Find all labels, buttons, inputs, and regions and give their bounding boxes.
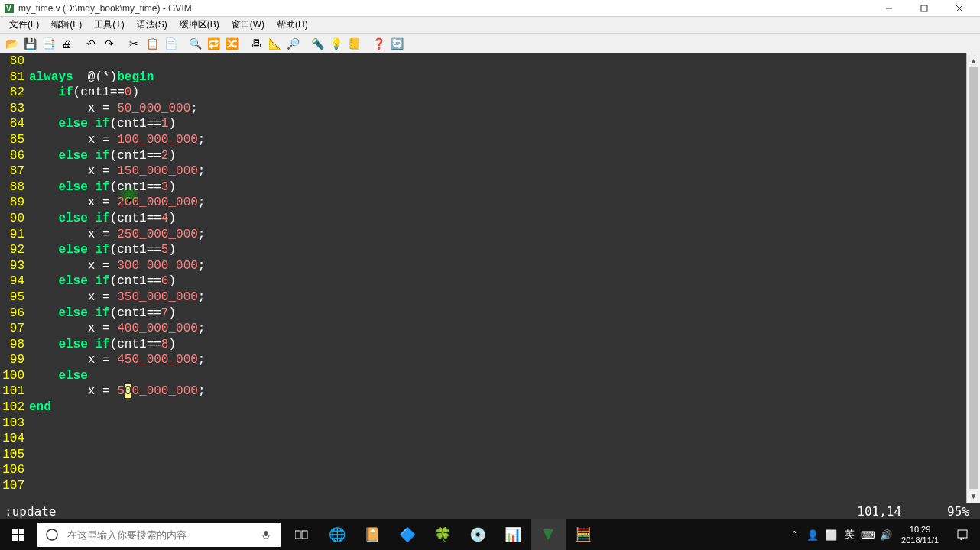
code-line[interactable]: 86 else if(cnt1==2) [0, 148, 966, 164]
code-line[interactable]: 103 [0, 416, 966, 432]
taskbar-app-clover[interactable]: 🍀 [425, 519, 460, 550]
code-line[interactable]: 81always @(*)begin [0, 70, 966, 86]
code-editor[interactable]: ➤ 8081always @(*)begin82 if(cnt1==0)83 x… [0, 53, 966, 503]
code-line[interactable]: 107 [0, 478, 966, 494]
code-line[interactable]: 89 x = 200_000_000; [0, 195, 966, 211]
code-line[interactable]: 82 if(cnt1==0) [0, 85, 966, 101]
code-line[interactable]: 87 x = 150_000_000; [0, 163, 966, 180]
code-line[interactable]: 95 x = 350_000_000; [0, 290, 966, 306]
cortana-icon[interactable] [37, 522, 67, 547]
toolbar-button-1[interactable]: 💾 [21, 35, 38, 52]
tray-clock[interactable]: 10:29 2018/11/1 [895, 524, 945, 545]
start-button[interactable] [0, 519, 37, 550]
taskbar-app-gvim[interactable] [531, 519, 566, 550]
code-line[interactable]: 104 [0, 431, 966, 447]
menu-item-1[interactable]: 编辑(E) [45, 17, 88, 33]
code-token: = [102, 196, 110, 209]
code-line[interactable]: 94 else if(cnt1==6) [0, 273, 966, 290]
taskbar-app-powerpoint[interactable]: 📊 [495, 519, 531, 550]
code-line[interactable]: 88 else if(cnt1==3) [0, 180, 966, 196]
toolbar-button-14[interactable]: 🔎 [284, 35, 301, 52]
toolbar-button-6[interactable]: ✂ [125, 35, 142, 52]
code-token [29, 338, 58, 351]
maximize-button[interactable] [907, 0, 942, 17]
code-line[interactable]: 84 else if(cnt1==1) [0, 116, 966, 132]
toolbar-button-16[interactable]: 💡 [327, 35, 344, 52]
code-line[interactable]: 93 x = 300_000_000; [0, 258, 966, 274]
toolbar-button-4[interactable]: ↶ [83, 35, 99, 52]
toolbar-button-12[interactable]: 🖶 [248, 35, 264, 52]
toolbar-button-13[interactable]: 📐 [266, 35, 283, 52]
code-line[interactable]: 92 else if(cnt1==5) [0, 242, 966, 258]
toolbar-button-15[interactable]: 🔦 [309, 35, 326, 52]
code-line[interactable]: 100 else [0, 368, 966, 384]
code-token: x [29, 353, 102, 367]
tray-app-icon[interactable]: ⬜ [822, 519, 840, 550]
taskbar-app-modelsim[interactable]: 🔷 [390, 519, 425, 550]
taskbar-app-circle[interactable]: 💿 [460, 519, 495, 550]
notification-center-button[interactable] [945, 519, 980, 550]
tray-people-icon[interactable]: 👤 [803, 519, 822, 550]
toolbar-button-19[interactable]: 🔄 [388, 35, 405, 52]
menu-item-5[interactable]: 窗口(W) [226, 17, 271, 33]
menu-item-3[interactable]: 语法(S) [131, 17, 174, 33]
close-button[interactable] [942, 0, 977, 17]
tray-ime-icon[interactable]: 英 [840, 519, 858, 550]
taskbar-app-calculator[interactable]: 🧮 [566, 519, 601, 550]
search-input[interactable] [67, 523, 251, 546]
code-token: 3 [161, 180, 169, 194]
line-number: 81 [0, 70, 29, 86]
menu-item-2[interactable]: 工具(T) [88, 17, 130, 33]
tray-keyboard-icon[interactable]: ⌨ [858, 519, 877, 550]
code-token: 0 [125, 86, 132, 99]
toolbar-button-3[interactable]: 🖨 [58, 35, 75, 52]
scroll-up-arrow[interactable]: ▲ [967, 53, 980, 67]
code-token: ( [110, 274, 118, 288]
code-token [29, 86, 58, 99]
code-line[interactable]: 105 [0, 447, 966, 463]
taskbar-search[interactable] [37, 522, 281, 547]
code-line[interactable]: 80 [0, 53, 966, 70]
code-line[interactable]: 90 else if(cnt1==4) [0, 211, 966, 227]
mic-icon[interactable] [251, 522, 281, 547]
toolbar-button-5[interactable]: ↷ [101, 35, 118, 52]
toolbar-button-7[interactable]: 📋 [144, 35, 161, 52]
code-line[interactable]: 98 else if(cnt1==8) [0, 337, 966, 353]
vertical-scrollbar[interactable]: ▲ ▼ [966, 53, 980, 503]
menu-item-6[interactable]: 帮助(H) [271, 17, 314, 33]
code-line[interactable]: 99 x = 450_000_000; [0, 352, 966, 368]
code-token [110, 196, 118, 209]
taskbar-app-notes[interactable]: 📔 [355, 519, 390, 550]
tray-volume-icon[interactable]: 🔊 [877, 519, 895, 550]
code-line[interactable]: 83 x = 50_000_000; [0, 101, 966, 117]
taskbar-app-edge[interactable]: 🌐 [320, 519, 355, 550]
tray-chevron-up-icon[interactable]: ˄ [785, 519, 803, 550]
task-view-button[interactable] [284, 519, 320, 550]
toolbar-button-2[interactable]: 📑 [40, 35, 57, 52]
code-line[interactable]: 101 x = 500_000_000; [0, 383, 966, 400]
code-line[interactable]: 91 x = 250_000_000; [0, 227, 966, 243]
code-line[interactable]: 106 [0, 462, 966, 478]
code-token [29, 243, 58, 257]
code-token: ( [110, 212, 118, 225]
code-line[interactable]: 102end [0, 400, 966, 416]
code-token [88, 306, 96, 320]
toolbar-button-0[interactable]: 📂 [3, 35, 20, 52]
code-token: x [29, 164, 102, 178]
code-line[interactable]: 96 else if(cnt1==7) [0, 306, 966, 322]
toolbar-button-10[interactable]: 🔁 [205, 35, 222, 52]
menu-item-4[interactable]: 缓冲区(B) [174, 17, 226, 33]
line-number: 89 [0, 195, 29, 211]
toolbar-button-17[interactable]: 📒 [346, 35, 362, 52]
scroll-thumb[interactable] [969, 67, 978, 489]
toolbar-button-11[interactable]: 🔀 [223, 35, 240, 52]
code-line[interactable]: 85 x = 100_000_000; [0, 132, 966, 148]
toolbar-button-9[interactable]: 🔍 [187, 35, 203, 52]
toolbar-button-8[interactable]: 📄 [162, 35, 179, 52]
minimize-button[interactable] [871, 0, 907, 17]
code-line[interactable]: 97 x = 400_000_000; [0, 321, 966, 337]
menu-item-0[interactable]: 文件(F) [3, 17, 45, 33]
scroll-down-arrow[interactable]: ▼ [967, 489, 980, 503]
code-token: else [58, 180, 87, 194]
toolbar-button-18[interactable]: ❓ [370, 35, 387, 52]
